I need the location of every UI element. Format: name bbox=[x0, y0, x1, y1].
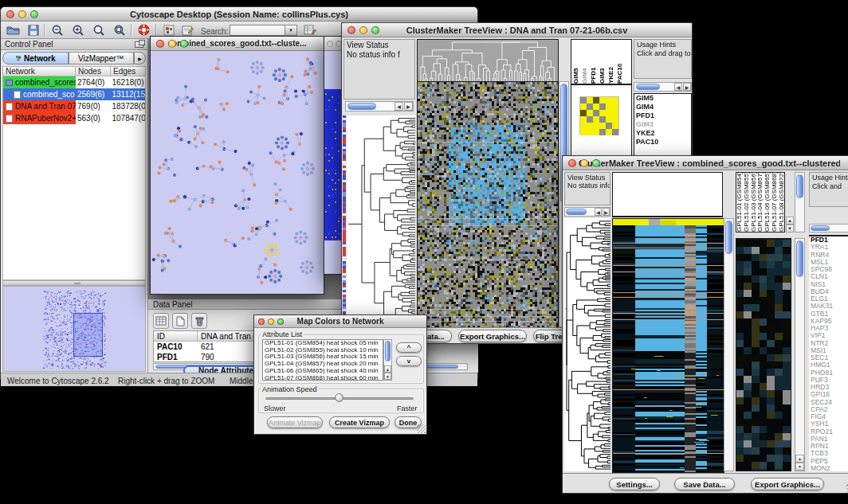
matrix-cell[interactable] bbox=[606, 123, 612, 129]
matrix-cell[interactable] bbox=[593, 97, 599, 104]
zoom-window-button[interactable] bbox=[180, 40, 188, 48]
move-down-button[interactable]: v bbox=[396, 356, 422, 366]
network-overview-panel[interactable] bbox=[2, 286, 146, 372]
settings-button[interactable]: Settings... bbox=[609, 478, 660, 490]
column-gene-label[interactable]: GIM5 bbox=[571, 40, 580, 84]
matrix-cell[interactable] bbox=[587, 110, 593, 116]
column-label[interactable]: GPL51-02 (GSM855) bbox=[744, 173, 751, 232]
close-button[interactable] bbox=[6, 10, 14, 18]
help-lifesaver-icon[interactable] bbox=[136, 23, 151, 37]
gene-label[interactable]: GIM4 bbox=[634, 103, 691, 111]
zoom-window-button[interactable] bbox=[277, 318, 284, 325]
move-up-button[interactable]: ^ bbox=[396, 342, 422, 353]
gim-cluster-matrix[interactable] bbox=[579, 96, 619, 135]
animate-vizmap-button[interactable]: Animate Vizmap bbox=[267, 416, 323, 428]
treeview1-column-dendrogram[interactable] bbox=[417, 39, 559, 82]
search-input[interactable] bbox=[230, 25, 285, 36]
column-label[interactable]: GPL51-06 (GSM865) bbox=[764, 173, 771, 232]
treeview1-left-hscrollbar[interactable]: ◀ ▶ bbox=[345, 101, 414, 111]
treeview2-left-hscrollbar[interactable]: ◀ ▶ bbox=[564, 207, 610, 217]
matrix-cell[interactable] bbox=[612, 129, 618, 135]
close-button[interactable] bbox=[156, 40, 164, 48]
close-button[interactable] bbox=[258, 318, 265, 325]
zoom-heatmap-vscrollbar[interactable]: ▲ ▼ bbox=[795, 238, 805, 471]
matrix-cell[interactable] bbox=[599, 116, 606, 123]
col-network[interactable]: Network bbox=[2, 66, 76, 76]
vscroll-thumb[interactable] bbox=[796, 240, 803, 277]
matrix-cell[interactable] bbox=[587, 123, 593, 129]
matrix-cell[interactable] bbox=[580, 97, 587, 104]
float-panel-icon[interactable] bbox=[135, 41, 143, 48]
hscroll-thumb[interactable] bbox=[347, 103, 376, 110]
dialog-titlebar[interactable]: Map Colors to Network bbox=[254, 315, 426, 328]
matrix-cell[interactable] bbox=[606, 97, 612, 104]
matrix-cell[interactable] bbox=[593, 123, 599, 129]
matrix-cell[interactable] bbox=[593, 104, 599, 110]
network-overview-canvas[interactable] bbox=[3, 287, 145, 371]
treeview2-row-dendrogram[interactable] bbox=[564, 218, 610, 471]
create-vizmap-button[interactable]: Create Vizmap bbox=[329, 416, 390, 428]
gene-label[interactable]: YKE2 bbox=[634, 129, 691, 138]
treeview2-column-labels[interactable]: GPL51-01 (GSM854)GPL51-02 (GSM855)GPL51-… bbox=[736, 172, 785, 232]
matrix-cell[interactable] bbox=[606, 116, 612, 123]
attribute-table-icon[interactable] bbox=[153, 313, 169, 329]
tab-overflow-button[interactable]: ▶ bbox=[134, 52, 146, 64]
matrix-cell[interactable] bbox=[580, 104, 587, 110]
minimize-button[interactable] bbox=[168, 40, 176, 48]
matrix-cell[interactable] bbox=[606, 129, 612, 135]
scroll-down-icon[interactable]: ▼ bbox=[384, 373, 391, 380]
network-view-titlebar[interactable]: combined_scores_good.txt--cluste... bbox=[151, 37, 324, 51]
hscroll-thumb[interactable] bbox=[636, 84, 660, 90]
export-graphics-button[interactable]: Export Graphics... bbox=[458, 330, 527, 342]
matrix-cell[interactable] bbox=[587, 97, 593, 104]
matrix-cell[interactable] bbox=[599, 123, 606, 129]
column-gene-label[interactable]: GIM3 bbox=[598, 40, 607, 84]
matrix-cell[interactable] bbox=[587, 129, 593, 135]
res-grip-icon[interactable] bbox=[417, 424, 426, 433]
network-list-row[interactable]: DNA and Tran 07 769(0) 183728(0) bbox=[3, 100, 145, 112]
matrix-cell[interactable] bbox=[612, 116, 618, 123]
close-button[interactable] bbox=[347, 26, 355, 34]
network-view-2-titlebar[interactable] bbox=[324, 37, 342, 51]
matrix-cell[interactable] bbox=[587, 116, 593, 123]
gene-label[interactable]: GIM5 bbox=[634, 94, 691, 103]
treeview1-column-labels[interactable]: GIM5GIM4PFD1GIM3YKE2PAC10 bbox=[571, 40, 631, 85]
matrix-cell[interactable] bbox=[612, 110, 618, 116]
scroll-right-icon[interactable]: ▶ bbox=[603, 208, 610, 216]
close-button[interactable] bbox=[327, 41, 333, 47]
network-list-row[interactable]: combined_scores 2764(0) 16218(0) bbox=[3, 76, 145, 88]
network-graph-canvas[interactable] bbox=[151, 51, 324, 294]
table-edit-icon[interactable] bbox=[302, 23, 317, 37]
slider-knob[interactable] bbox=[335, 393, 344, 402]
hscroll-thumb[interactable] bbox=[566, 209, 587, 215]
attribute-item[interactable]: GPL51-07 (GSM868) heat shock 60 min bbox=[263, 375, 383, 381]
column-label[interactable]: GPL51-08 (GSM872) bbox=[779, 173, 785, 232]
treeview1-right-hscrollbar[interactable]: ◀ ▶ bbox=[634, 82, 692, 92]
matrix-cell[interactable] bbox=[580, 129, 587, 135]
matrix-cell[interactable] bbox=[587, 104, 593, 110]
matrix-cell[interactable] bbox=[599, 129, 606, 135]
column-label[interactable]: GPL51-04 (GSM857) bbox=[757, 173, 764, 232]
matrix-cell[interactable] bbox=[580, 123, 587, 129]
matrix-cell[interactable] bbox=[599, 110, 606, 116]
column-labels-vscrollbar[interactable] bbox=[795, 172, 805, 232]
column-label[interactable]: GPL51-07 (GSM868) bbox=[771, 173, 779, 232]
zoom-selected-icon[interactable] bbox=[112, 23, 127, 37]
matrix-cell[interactable] bbox=[612, 97, 618, 104]
scroll-left-icon[interactable]: ◀ bbox=[595, 208, 602, 216]
treeview1-titlebar[interactable]: ClusterMaker TreeView : DNA and Tran 07-… bbox=[342, 23, 692, 37]
col-nodes[interactable]: Nodes bbox=[76, 66, 111, 76]
minimize-button[interactable] bbox=[580, 159, 588, 167]
treeview2-gene-list[interactable]: PFD1YRA1RNR4MSL1SPC98CLN1NIS1BUD4ELG1MAK… bbox=[809, 235, 848, 471]
tab-vizmapper[interactable]: VizMapper™ bbox=[69, 52, 135, 64]
scroll-down-icon[interactable]: ▼ bbox=[795, 463, 804, 471]
save-icon[interactable] bbox=[26, 23, 41, 37]
id-column-header[interactable]: ID bbox=[154, 331, 198, 342]
matrix-cell[interactable] bbox=[599, 104, 606, 110]
scroll-right-icon[interactable]: ▶ bbox=[404, 102, 413, 111]
matrix-cell[interactable] bbox=[606, 104, 612, 110]
column-gene-label[interactable]: PAC10 bbox=[615, 40, 624, 84]
network-graph-canvas-2[interactable] bbox=[324, 51, 342, 274]
matrix-cell[interactable] bbox=[599, 97, 606, 104]
gene-label[interactable]: PFD1 bbox=[634, 111, 691, 120]
